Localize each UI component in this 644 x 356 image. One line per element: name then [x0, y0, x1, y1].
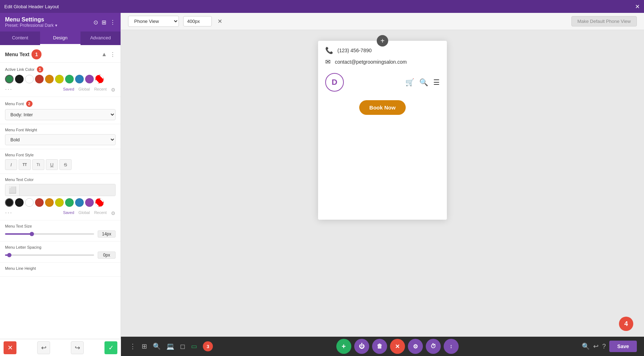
undo-button[interactable]: ↩ — [37, 341, 50, 354]
menu-font-weight-label: Menu Font Weight — [5, 128, 116, 132]
floating-badge-4: 4 — [619, 317, 633, 331]
view-select-wrapper: Phone View Tablet View Desktop View — [128, 16, 179, 27]
bottom-right-help-icon[interactable]: ? — [602, 343, 606, 350]
color-swatch-green[interactable] — [65, 75, 74, 83]
settings-button[interactable]: ⚙ — [408, 339, 423, 354]
make-default-button[interactable]: Make Default Phone View — [571, 16, 637, 26]
color-swatch-yellow[interactable] — [55, 75, 64, 83]
text-color-swatch-blue[interactable] — [75, 198, 84, 207]
menu-text-size-thumb[interactable] — [30, 232, 34, 236]
menu-letter-spacing-track[interactable] — [5, 254, 94, 256]
close-element-button[interactable]: ✕ — [390, 339, 405, 354]
color-swatch-red[interactable] — [35, 75, 44, 83]
text-color-swatch-purple[interactable] — [85, 198, 94, 207]
text-color-swatch-orange[interactable] — [45, 198, 54, 207]
timer-button[interactable]: ⏱ — [426, 339, 441, 354]
more-icon[interactable]: ⋮ — [110, 19, 116, 26]
phone-number-row: 📞 (123) 456-7890 — [325, 47, 440, 54]
phone-header: 📞 (123) 456-7890 ✉ contact@petgroomingsa… — [318, 41, 447, 126]
color-swatch-purple[interactable] — [85, 75, 94, 83]
tab-advanced[interactable]: Advanced — [80, 31, 121, 45]
menu-text-size-track[interactable] — [5, 233, 94, 235]
redo-button[interactable]: ↪ — [71, 341, 84, 354]
text-color-swatch-black[interactable] — [15, 198, 24, 207]
settings-icon[interactable]: ⊙ — [93, 19, 98, 26]
add-element-button[interactable]: + — [336, 339, 351, 354]
panel-close-button[interactable]: ✕ — [4, 341, 16, 354]
saved-label[interactable]: Saved — [63, 87, 74, 93]
panel-content: Menu Text 1 ▲ ⋮ Active Link Color 1 — [0, 45, 121, 356]
close-button[interactable]: ✕ — [635, 3, 640, 10]
active-link-color-badge: 1 — [37, 66, 43, 73]
width-input[interactable] — [183, 16, 212, 26]
text-color-swatch-transparent[interactable] — [95, 198, 104, 207]
color-swatch-blue[interactable] — [75, 75, 84, 83]
text-color-swatch-yellow[interactable] — [55, 198, 64, 207]
bottom-desktop-icon[interactable]: 💻 — [165, 341, 176, 352]
view-select[interactable]: Phone View Tablet View Desktop View — [128, 16, 179, 26]
hamburger-icon[interactable]: ☰ — [433, 78, 440, 87]
bottom-right-search-icon[interactable]: 🔍 — [582, 342, 590, 350]
canvas-toolbar: Phone View Tablet View Desktop View ✕ Ma… — [121, 13, 644, 30]
color-swatch-white[interactable] — [25, 75, 34, 83]
collapse-icon[interactable]: ▲ — [101, 51, 107, 58]
panel-title: Menu Settings — [5, 16, 57, 23]
color-preview-icon[interactable]: ⬜ — [5, 184, 20, 196]
preset-arrow-icon: ▾ — [55, 23, 57, 28]
badge-3: 3 — [203, 341, 213, 351]
italic-btn[interactable]: I — [5, 159, 17, 170]
underline-btn[interactable]: U — [46, 159, 58, 170]
panel-preset[interactable]: Preset: Professional Dark ▾ — [5, 23, 57, 28]
menu-text-size-value[interactable]: 14px — [98, 230, 116, 238]
text-global-label[interactable]: Global — [78, 210, 90, 216]
color-swatch-orange[interactable] — [45, 75, 54, 83]
recent-label[interactable]: Recent — [94, 87, 107, 93]
bottom-tablet-icon[interactable]: ◻ — [179, 341, 187, 352]
layout-icon[interactable]: ⊞ — [102, 19, 106, 26]
strikethrough-btn[interactable]: S — [59, 159, 72, 170]
bottom-layout-icon[interactable]: ⊞ — [140, 341, 148, 352]
active-link-color-swatches — [5, 75, 116, 83]
bottom-search-icon[interactable]: 🔍 — [151, 341, 162, 352]
width-close-button[interactable]: ✕ — [216, 18, 224, 25]
color-swatch-active-green[interactable] — [5, 75, 14, 83]
tab-design-label: Design — [53, 35, 67, 40]
menu-text-section-header: Menu Text 1 ▲ ⋮ — [0, 45, 121, 63]
text-color-swatch-green[interactable] — [65, 198, 74, 207]
capitalize-btn[interactable]: Tt — [32, 159, 44, 170]
global-label[interactable]: Global — [78, 87, 90, 93]
color-gear-icon[interactable]: ⚙ — [111, 87, 116, 93]
menu-letter-spacing-value[interactable]: 0px — [98, 252, 116, 259]
color-dots[interactable]: ··· — [5, 86, 13, 93]
bottom-more-icon[interactable]: ⋮ — [128, 341, 137, 352]
text-color-swatch-black-active[interactable] — [5, 198, 14, 207]
bottom-right-undo-icon[interactable]: ↩ — [593, 342, 599, 350]
text-recent-label[interactable]: Recent — [94, 210, 107, 216]
menu-font-weight-select[interactable]: Bold — [5, 134, 116, 145]
add-section-button[interactable]: + — [377, 35, 388, 47]
canvas-bottom-bar: ⋮ ⊞ 🔍 💻 ◻ ▭ 3 + ⏻ 🗑 ✕ ⚙ ⏱ ↕ 🔍 ↩ ? Save — [121, 337, 644, 356]
text-color-dots[interactable]: ··· — [5, 209, 13, 216]
text-color-gear-icon[interactable]: ⚙ — [111, 210, 116, 216]
color-swatch-transparent[interactable] — [95, 75, 104, 83]
color-swatch-black[interactable] — [15, 75, 24, 83]
cart-icon[interactable]: 🛒 — [405, 78, 414, 87]
menu-font-label: Menu Font 2 — [5, 101, 116, 107]
menu-letter-spacing-thumb[interactable] — [7, 253, 11, 257]
menu-font-select[interactable]: Body: Inter — [5, 109, 116, 120]
search-icon[interactable]: 🔍 — [419, 78, 428, 87]
save-button[interactable]: Save — [609, 341, 637, 352]
tab-design[interactable]: Design — [40, 31, 80, 45]
reorder-button[interactable]: ↕ — [444, 339, 459, 354]
power-button[interactable]: ⏻ — [354, 339, 369, 354]
book-now-button[interactable]: Book Now — [359, 100, 405, 115]
delete-button[interactable]: 🗑 — [372, 339, 387, 354]
bottom-phone-icon[interactable]: ▭ — [190, 341, 199, 352]
text-saved-label[interactable]: Saved — [63, 210, 74, 216]
confirm-button[interactable]: ✓ — [104, 341, 117, 354]
section-more-icon[interactable]: ⋮ — [110, 51, 116, 58]
text-color-swatch-red[interactable] — [35, 198, 44, 207]
uppercase-btn[interactable]: TT — [19, 159, 31, 170]
tab-content[interactable]: Content — [0, 31, 40, 45]
text-color-swatch-white[interactable] — [25, 198, 34, 207]
